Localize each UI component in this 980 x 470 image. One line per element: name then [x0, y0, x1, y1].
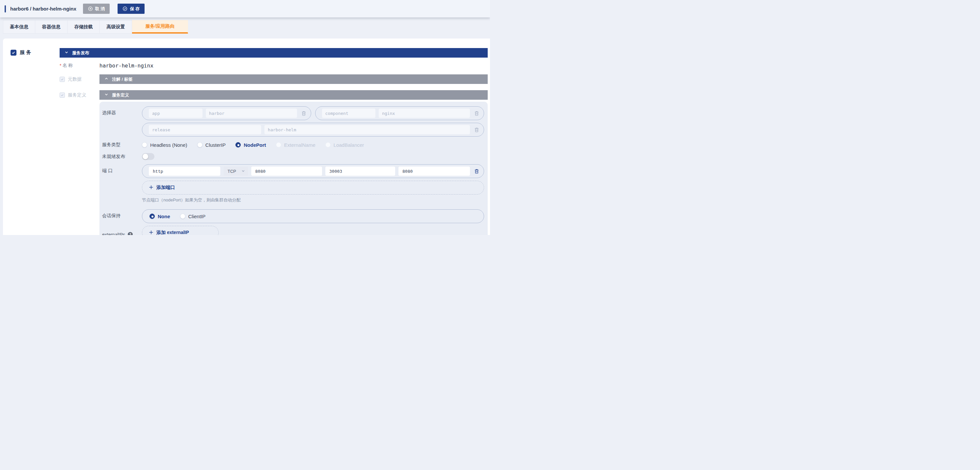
external-ips-label: externalIPs [102, 232, 125, 235]
chevron-up-icon [104, 77, 108, 82]
annotations-header-label: 注解 / 标签 [112, 76, 133, 82]
radio-session-clientip[interactable]: ClientIP [180, 214, 206, 219]
radio-loadbalancer: LoadBalancer [325, 142, 364, 148]
cancel-circle-x-icon [88, 6, 93, 11]
selector-key-input[interactable] [149, 109, 202, 118]
annotations-section-header[interactable]: 注解 / 标签 [99, 75, 488, 84]
service-form-card: 服 务 服务发布 * 名 称 harbor-helm-nginx [3, 38, 490, 235]
unready-label: 未就绪发布 [102, 154, 142, 160]
service-publish-header-label: 服务发布 [72, 50, 89, 56]
unready-row: 未就绪发布 [102, 153, 484, 160]
chevron-down-icon [241, 169, 245, 174]
selector-value-input[interactable] [264, 125, 470, 134]
toggle-knob [143, 154, 148, 159]
name-row: * 名 称 harbor-helm-nginx [60, 62, 488, 69]
unready-toggle-off[interactable] [142, 153, 154, 160]
radio-session-none[interactable]: None [150, 214, 170, 219]
definition-section-header[interactable]: 服务定义 [99, 90, 488, 100]
plus-icon [149, 230, 153, 235]
help-icon[interactable]: ? [128, 232, 133, 235]
page-title: harbor6 / harbor-helm-nginx [10, 6, 76, 11]
metadata-checkbox [60, 77, 65, 82]
tab-bar: 基本信息 容器信息 存储挂载 高级设置 服务/应用路由 [3, 20, 490, 33]
add-port-button[interactable]: 添加端口 [142, 181, 484, 195]
definition-checkbox [60, 92, 65, 98]
service-definition-panel: 选择器 [99, 102, 488, 235]
protocol-select[interactable]: TCP [224, 167, 248, 176]
node-port-hint: 节点端口（nodePort）如果为空，则由集群自动分配 [142, 197, 484, 203]
definition-checkbox-label: 服务定义 [68, 92, 86, 98]
port-number-input[interactable] [251, 167, 322, 176]
trash-icon[interactable] [474, 127, 479, 133]
service-type-row: 服务类型 Headless (None) ClusterIP NodePo [102, 141, 484, 149]
definition-header-label: 服务定义 [112, 92, 129, 98]
tab-storage-mount[interactable]: 存储挂载 [67, 20, 100, 33]
service-enable-column: 服 务 [3, 48, 60, 235]
selector-pair [315, 106, 484, 120]
node-port-input[interactable] [325, 167, 395, 176]
session-affinity-label: 会话保持 [102, 209, 142, 223]
selector-label: 选择器 [102, 106, 142, 137]
radio-clusterip[interactable]: ClusterIP [197, 142, 226, 148]
save-circle-check-icon [123, 6, 127, 11]
session-affinity-group: None ClientIP [142, 209, 484, 223]
tab-advanced-settings[interactable]: 高级设置 [100, 20, 132, 33]
selector-value-input[interactable] [379, 109, 470, 118]
cancel-button-label: 取 消 [95, 6, 105, 12]
tab-service-route[interactable]: 服务/应用路由 [132, 20, 188, 33]
port-name-input[interactable] [149, 167, 220, 176]
port-entry: TCP [142, 164, 484, 178]
plus-icon [149, 185, 153, 191]
radio-icon [142, 142, 147, 148]
external-ips-row: externalIPs ? 添加 externalIP [102, 226, 484, 235]
name-label: * 名 称 [60, 62, 99, 68]
selector-pair [142, 106, 311, 120]
checkbox-checked-icon [11, 50, 16, 56]
selector-pair [142, 123, 484, 137]
cancel-button[interactable]: 取 消 [83, 4, 110, 14]
chevron-down-icon [104, 92, 108, 97]
service-type-label: 服务类型 [102, 142, 142, 148]
selector-value-input[interactable] [206, 109, 297, 118]
add-external-ip-button[interactable]: 添加 externalIP [142, 226, 219, 235]
chevron-down-icon [65, 50, 68, 55]
trash-icon[interactable] [474, 168, 479, 174]
radio-disabled-icon [325, 142, 331, 148]
metadata-checkbox-label: 元数据 [68, 76, 82, 82]
name-value: harbor-helm-nginx [99, 62, 153, 69]
target-port-input[interactable] [398, 167, 470, 176]
service-checkbox-label: 服 务 [20, 49, 31, 56]
trash-icon[interactable] [301, 111, 307, 116]
tab-basic-info[interactable]: 基本信息 [3, 20, 35, 33]
selector-key-input[interactable] [149, 125, 261, 134]
page-header: harbor6 / harbor-helm-nginx 取 消 保 存 [0, 0, 490, 17]
ports-label: 端 口 [102, 164, 142, 203]
tab-container-info[interactable]: 容器信息 [35, 20, 67, 33]
save-button[interactable]: 保 存 [118, 4, 145, 14]
required-asterisk: * [60, 63, 61, 68]
definition-row: 服务定义 服务定义 [60, 90, 488, 100]
session-affinity-row: 会话保持 None ClientIP [102, 209, 484, 223]
radio-externalname: ExternalName [276, 142, 315, 148]
service-publish-section-header[interactable]: 服务发布 [60, 48, 488, 57]
radio-nodeport[interactable]: NodePort [235, 142, 266, 148]
radio-checked-icon [150, 214, 155, 219]
metadata-row: 元数据 注解 / 标签 [60, 75, 488, 84]
save-button-label: 保 存 [130, 6, 140, 12]
ports-row: 端 口 TCP [102, 164, 484, 203]
radio-icon [180, 214, 185, 219]
radio-icon [197, 142, 202, 148]
title-accent-bar [5, 5, 6, 13]
service-checkbox[interactable]: 服 务 [11, 49, 60, 56]
selector-key-input[interactable] [322, 109, 376, 118]
radio-headless-none[interactable]: Headless (None) [142, 142, 188, 148]
selector-row: 选择器 [102, 106, 484, 137]
radio-disabled-icon [276, 142, 281, 148]
radio-checked-icon [235, 142, 241, 148]
external-ips-label-wrap: externalIPs ? [102, 226, 142, 235]
trash-icon[interactable] [474, 111, 479, 116]
